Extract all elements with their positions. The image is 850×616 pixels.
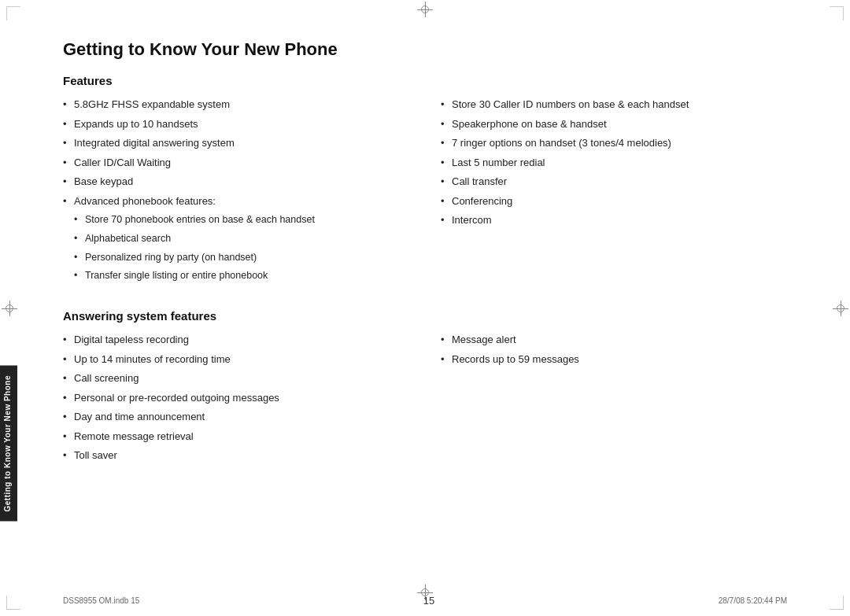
list-item: Up to 14 minutes of recording time [63,352,409,367]
crosshair-left-middle [2,301,17,316]
list-item: Intercom [441,212,787,228]
answering-two-col: Digital tapeless recording Up to 14 minu… [63,332,787,467]
list-item: Message alert [441,332,787,348]
crosshair-right-middle [833,301,848,316]
list-item: Expands up to 10 handsets [63,116,409,132]
list-item: Store 30 Caller ID numbers on base & eac… [441,97,787,113]
list-item: Call screening [63,371,409,386]
list-item: Integrated digital answering system [63,135,409,151]
page-container: Getting to Know Your New Phone Getting t… [0,0,850,616]
list-item: Records up to 59 messages [441,352,787,367]
answering-right-list: Message alert Records up to 59 messages [441,332,787,367]
list-item: Alphabetical search [63,231,409,246]
page-title: Getting to Know Your New Phone [63,39,787,60]
corner-mark-top-left [6,6,20,20]
list-item: Day and time announcement [63,409,409,425]
list-item: Last 5 number redial [441,155,787,171]
list-item: Personal or pre-recorded outgoing messag… [63,390,409,406]
page-number: 15 [423,595,434,607]
answering-left-list: Digital tapeless recording Up to 14 minu… [63,332,409,463]
features-heading: Features [63,74,787,87]
list-item: 7 ringer options on handset (3 tones/4 m… [441,135,787,151]
footer-right: 28/7/08 5:20:44 PM [719,596,787,605]
corner-mark-top-right [830,6,844,20]
list-item: Base keypad [63,174,409,190]
answering-heading: Answering system features [63,309,787,323]
features-left-list: 5.8GHz FHSS expandable system Expands up… [63,97,409,283]
features-right-col: Store 30 Caller ID numbers on base & eac… [441,97,787,287]
features-right-list: Store 30 Caller ID numbers on base & eac… [441,97,787,228]
list-item: Transfer single listing or entire phoneb… [63,268,409,283]
list-item: Personalized ring by party (on handset) [63,250,409,265]
side-tab-label: Getting to Know Your New Phone [0,366,17,522]
list-item: Store 70 phonebook entries on base & eac… [63,212,409,227]
features-left-col: 5.8GHz FHSS expandable system Expands up… [63,97,409,287]
answering-left-col: Digital tapeless recording Up to 14 minu… [63,332,409,467]
footer-left: DSS8955 OM.indb 15 [63,596,139,605]
list-item: Digital tapeless recording [63,332,409,348]
list-item: 5.8GHz FHSS expandable system [63,97,409,113]
list-item: Toll saver [63,448,409,463]
list-item: Caller ID/Call Waiting [63,155,409,171]
answering-right-col: Message alert Records up to 59 messages [441,332,787,467]
crosshair-top-center [417,2,433,17]
footer: DSS8955 OM.indb 15 15 28/7/08 5:20:44 PM [0,595,850,607]
list-item: Conferencing [441,194,787,209]
features-section: Features 5.8GHz FHSS expandable system E… [63,74,787,287]
answering-section: Answering system features Digital tapele… [63,309,787,467]
features-two-col: 5.8GHz FHSS expandable system Expands up… [63,97,787,287]
list-item: Speakerphone on base & handset [441,116,787,132]
list-item: Call transfer [441,174,787,190]
list-item: Remote message retrieval [63,429,409,444]
list-item: Advanced phonebook features: [63,194,409,209]
